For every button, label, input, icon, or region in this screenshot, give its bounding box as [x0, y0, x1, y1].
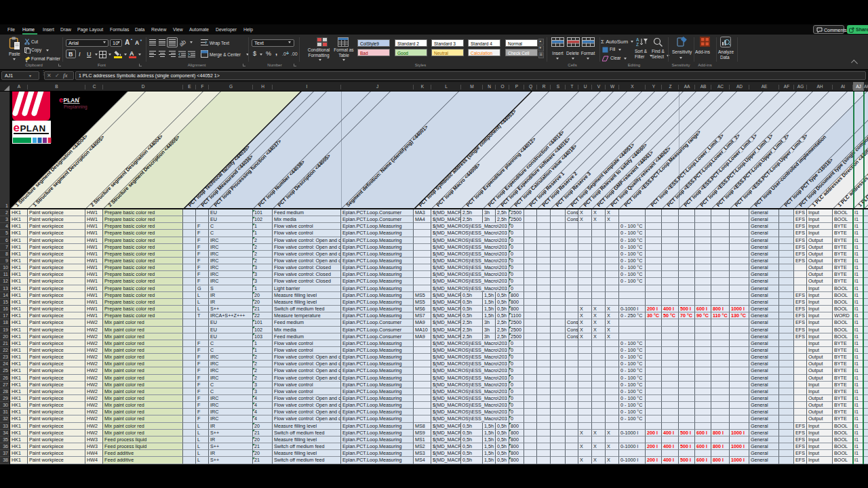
svg-text:Preplanning: Preplanning: [64, 104, 87, 110]
svg-text:Z: Z: [636, 42, 639, 47]
svg-text:PLAN: PLAN: [20, 123, 46, 134]
svg-text:e: e: [14, 121, 20, 134]
svg-text:.00: .00: [291, 52, 298, 56]
svg-text:ab: ab: [180, 39, 187, 47]
svg-text:®: ®: [78, 96, 80, 100]
svg-text:PLAN: PLAN: [64, 97, 79, 104]
svg-text:e: e: [59, 96, 63, 104]
svg-text:.0: .0: [282, 52, 286, 56]
svg-text:A: A: [636, 37, 639, 42]
